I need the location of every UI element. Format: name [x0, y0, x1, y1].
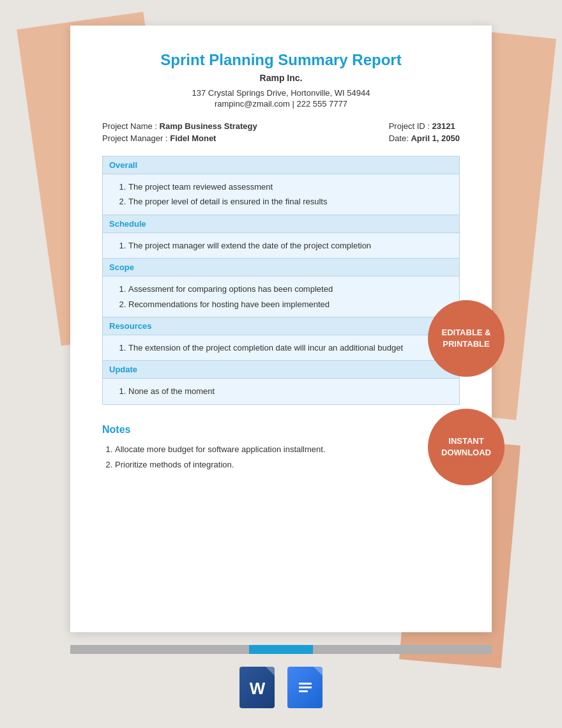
notes-list: Allocate more budget for software applic… [102, 442, 460, 473]
project-id-label: Project ID : [389, 121, 430, 131]
section-list-item: The project team reviewed assessment [128, 179, 453, 194]
svg-text:W: W [249, 679, 265, 698]
svg-rect-3 [299, 683, 312, 685]
section-content-schedule: The project manager will extend the date… [103, 233, 459, 259]
svg-rect-5 [299, 690, 308, 692]
word-logo-icon: W [246, 676, 269, 699]
section-header-scope: Scope [103, 259, 459, 277]
project-manager-label: Project Manager : [102, 133, 168, 143]
section-list-item: The extension of the project completion … [128, 340, 453, 355]
word-file-icon: W [239, 667, 275, 708]
badge-editable-line2: PRINTABLE [443, 338, 489, 350]
section-header-schedule: Schedule [103, 215, 459, 233]
date-row: Date: April 1, 2050 [389, 133, 460, 143]
company-name: Ramp Inc. [102, 73, 460, 83]
section-content-overall: The project team reviewed assessmentThe … [103, 174, 459, 215]
editable-printable-badge: EDITABLE & PRINTABLE [428, 300, 505, 377]
bottom-bar-accent [249, 645, 313, 654]
date-value: April 1, 2050 [411, 133, 460, 143]
badge-download-line2: DOWNLOAD [441, 447, 491, 459]
badge-editable-line1: EDITABLE & [441, 327, 490, 338]
section-header-overall: Overall [103, 156, 459, 174]
project-name-label: Project Name : [102, 121, 157, 131]
section-content-resources: The extension of the project completion … [103, 335, 459, 361]
notes-list-item: Prioritize methods of integration. [115, 457, 460, 473]
section-content-scope: Assessment for comparing options has bee… [103, 277, 459, 317]
svg-rect-4 [299, 686, 312, 688]
section-header-resources: Resources [103, 317, 459, 335]
contact-line: rampinc@zmail.com | 222 555 7777 [102, 99, 460, 109]
instant-download-badge: INSTANT DOWNLOAD [428, 409, 505, 485]
footer-icons: W [0, 667, 562, 708]
project-id-value: 23121 [432, 121, 455, 131]
section-list-item: Recommendations for hosting have been im… [128, 297, 453, 312]
address-line: 137 Crystal Springs Drive, Hortonville, … [102, 88, 460, 98]
project-id-row: Project ID : 23121 [389, 121, 460, 131]
bottom-bar [70, 645, 492, 654]
project-manager-value: Fidel Monet [170, 133, 216, 143]
section-list-item: None as of the moment [128, 384, 453, 398]
notes-title: Notes [102, 424, 460, 436]
sections-table: OverallThe project team reviewed assessm… [102, 156, 460, 405]
date-label: Date: [389, 133, 409, 143]
notes-list-item: Allocate more budget for software applic… [115, 442, 460, 458]
docs-logo-icon [294, 676, 317, 699]
section-list-item: Assessment for comparing options has bee… [128, 282, 453, 296]
badge-download-line1: INSTANT [448, 436, 483, 447]
project-name-value: Ramp Business Strategy [160, 121, 257, 131]
docs-file-icon [287, 667, 323, 708]
project-name-row: Project Name : Ramp Business Strategy [102, 121, 257, 131]
section-list-item: The proper level of detail is ensured in… [128, 194, 453, 209]
document-title: Sprint Planning Summary Report [102, 51, 460, 69]
project-info: Project Name : Ramp Business Strategy Pr… [102, 121, 460, 143]
project-info-left: Project Name : Ramp Business Strategy Pr… [102, 121, 257, 143]
section-content-update: None as of the moment [103, 379, 459, 404]
section-header-update: Update [103, 361, 459, 379]
document: EDITABLE & PRINTABLE INSTANT DOWNLOAD Sp… [70, 26, 492, 632]
project-info-right: Project ID : 23121 Date: April 1, 2050 [389, 121, 460, 143]
project-manager-row: Project Manager : Fidel Monet [102, 133, 257, 143]
section-list-item: The project manager will extend the date… [128, 238, 453, 253]
